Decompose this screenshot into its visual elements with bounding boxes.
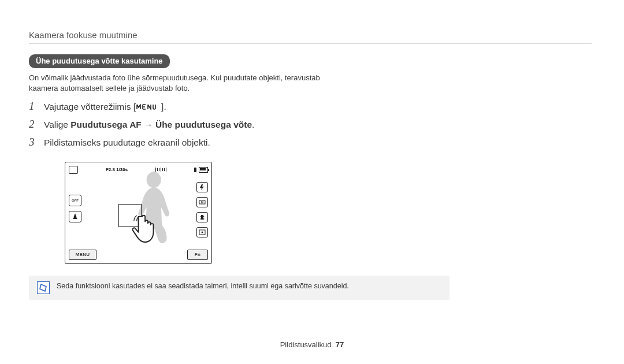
- camera-fn-button[interactable]: Fn: [187, 250, 208, 260]
- step-2-bold-1: Puudutusega AF: [70, 120, 142, 129]
- left-overlay-icon-1: OFF: [69, 195, 81, 206]
- camera-menu-button[interactable]: MENU: [69, 250, 96, 260]
- step-1-pre: Vajutage võtterežiimis [: [44, 102, 136, 112]
- signal-icon: [194, 168, 196, 172]
- camera-mockup: F2.8 1/30s: [65, 162, 592, 264]
- menu-icon: [136, 103, 161, 111]
- note-text: Seda funktsiooni kasutades ei saa seadis…: [57, 281, 349, 291]
- off-badge: OFF: [72, 199, 79, 202]
- stabilize-icon: [196, 212, 208, 222]
- note-box: Seda funktsiooni kasutades ei saa seadis…: [29, 276, 450, 300]
- step-2-post: .: [252, 120, 254, 129]
- hand-touch-icon: [132, 213, 160, 244]
- flash-icon: [196, 182, 208, 192]
- step-3: Pildistamiseks puudutage ekraanil objekt…: [29, 135, 329, 153]
- step-2-bold-2: Ühe puudutusega võte: [155, 120, 252, 129]
- note-icon: [37, 281, 50, 294]
- svg-text:M: M: [201, 200, 203, 204]
- svg-point-3: [202, 231, 203, 233]
- step-2-pre: Valige: [44, 120, 70, 129]
- step-2: Valige Puudutusega AF → Ühe puudutusega …: [29, 117, 329, 135]
- left-overlay-icon-2: [69, 211, 81, 222]
- page-title: Kaamera fookuse muutmine: [29, 30, 592, 40]
- step-2-arrow: →: [142, 120, 155, 129]
- step-1: Vajutage võtterežiimis [].: [29, 99, 329, 117]
- meter-icon: [196, 227, 208, 237]
- step-1-post: ].: [161, 102, 166, 112]
- mode-icon: [69, 166, 78, 174]
- footer-label: Pildistusvalikud: [280, 340, 332, 349]
- battery-icon: [199, 167, 208, 173]
- footer: Pildistusvalikud 77: [0, 340, 624, 349]
- steps-list: Vajutage võtterežiimis []. Valige Puudut…: [29, 99, 329, 153]
- divider: [29, 43, 592, 44]
- section-pill: Ühe puudutusega võtte kasutamine: [29, 54, 170, 68]
- page-number: 77: [336, 340, 344, 349]
- intro-text: On võimalik jäädvustada foto ühe sõrmepu…: [29, 73, 329, 93]
- size-icon: M: [196, 197, 208, 207]
